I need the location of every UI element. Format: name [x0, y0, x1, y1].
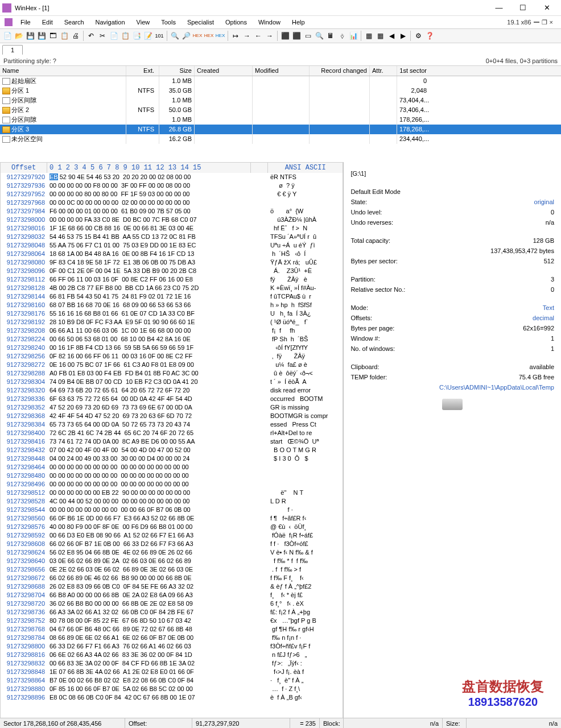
col-size[interactable]: Size — [159, 66, 195, 76]
menu-tools[interactable]: Tools — [155, 18, 182, 27]
hex-row[interactable]: 9127329862456 02 E8 95 04 66 8B 0E 4E 02… — [1, 548, 343, 557]
hex-row[interactable]: 9127329883200 66 83 3E 3A 02 00 0F 84 CF… — [1, 659, 343, 668]
hex-row[interactable]: 9127329880066 33 D2 66 F7 F1 66 A3 76 02… — [1, 642, 343, 651]
open-disk-icon[interactable]: 💾 — [25, 31, 35, 41]
close-btn[interactable]: ✕ — [535, 0, 559, 16]
hex-row[interactable]: 9127329848000 00 00 00 00 00 00 00 00 00… — [1, 471, 343, 480]
hex-row[interactable]: 9127329819228 10 B9 D8 0F FC F3 AA E9 5F… — [1, 318, 343, 326]
hex-row[interactable]: 9127329851200 00 00 00 00 00 EB 22 90 00… — [1, 489, 343, 497]
help-icon[interactable]: ❓ — [424, 31, 435, 41]
hex-row[interactable]: 9127329830474 09 B4 0E BB 07 00 CD 10 EB… — [1, 378, 343, 386]
mode-value[interactable]: Text — [543, 304, 554, 313]
part-row[interactable]: 分区间隙1.0 MB178,266,... — [0, 115, 561, 125]
hex-row[interactable]: 9127329795200 00 00 00 80 00 80 00 FF 1F… — [1, 190, 343, 198]
col-created[interactable]: Created — [195, 66, 253, 76]
hex-row[interactable]: 912732988800F 85 16 00 66 0F B7 0E 5A 02… — [1, 685, 343, 693]
replace-text-icon[interactable]: HEX — [192, 31, 203, 41]
mdi-close-icon[interactable]: × — [550, 19, 553, 26]
open-folder-icon[interactable]: 📂 — [14, 31, 24, 41]
pos-icon[interactable]: ⎀ — [337, 31, 347, 41]
print-icon[interactable]: 🖨 — [71, 31, 81, 41]
tab-1[interactable]: 1 — [2, 45, 23, 55]
paste-icon[interactable]: 📋 — [120, 31, 130, 41]
properties-icon[interactable]: 📋 — [59, 31, 69, 41]
save-icon[interactable]: 💾 — [36, 31, 47, 41]
hex-row[interactable]: 9127329873666 A3 3A 02 66 A1 32 02 66 0B… — [1, 608, 343, 617]
hex-row[interactable]: 9127329838465 73 73 65 64 00 0D 0A 50 72… — [1, 420, 343, 429]
hex-row[interactable]: 9127329846400 00 00 00 00 00 00 00 00 00… — [1, 463, 343, 471]
goto-start-icon[interactable]: ↦ — [230, 31, 241, 41]
hex-row[interactable]: 91273297920EB 52 90 4E 54 46 53 20 20 20… — [1, 173, 343, 181]
hex-row[interactable]: 9127329800000 00 00 00 FA 33 C0 8E D0 BC… — [1, 216, 343, 224]
hex-row[interactable]: 9127329803254 46 53 75 15 B4 41 BB AA 55… — [1, 233, 343, 241]
hex-row[interactable]: 91273298288A0 FB 01 E8 03 00 F4 EB FD B4… — [1, 369, 343, 378]
disk2-icon[interactable]: ⬛ — [291, 31, 302, 41]
hex-row[interactable]: 9127329835247 52 20 69 73 20 6D 69 73 73… — [1, 403, 343, 412]
col-modified[interactable]: Modified — [253, 66, 310, 76]
paste-write-icon[interactable]: 📝 — [143, 31, 153, 41]
hex-row[interactable]: 9127329843207 00 42 00 4F 00 4F 00 54 00… — [1, 446, 343, 454]
menu-specialist[interactable]: Specialist — [182, 18, 220, 27]
part-row[interactable]: 分区 1NTFS35.0 GB2,048 — [0, 86, 561, 96]
hex-row[interactable]: 9127329881606 6E 02 66 A3 4A 02 66 83 3E… — [1, 651, 343, 659]
hex-row[interactable]: 9127329816068 07 BB 16 68 70 0E 16 68 09… — [1, 301, 343, 309]
fwd-icon[interactable]: → — [265, 31, 275, 41]
copy-icon[interactable]: 📄 — [109, 31, 119, 41]
hex-row[interactable]: 9127329857640 00 80 F9 00 0F 8F 0E 00 F6… — [1, 523, 343, 531]
hex-row[interactable]: 9127329804855 AA 75 06 F7 C1 01 00 75 03… — [1, 241, 343, 250]
col-name[interactable]: Name — [0, 66, 126, 76]
minimize-btn[interactable]: — — [487, 0, 511, 16]
hex-view[interactable]: 91273297920EB 52 90 4E 54 46 53 20 20 20… — [1, 173, 343, 728]
part-row[interactable]: 未分区空间16.2 GB234,440,... — [0, 134, 561, 144]
cut-icon[interactable]: ✂ — [97, 31, 108, 41]
hex-row[interactable]: 912732983366F 63 63 75 72 72 65 64 00 0D… — [1, 395, 343, 403]
hex-row[interactable]: 9127329820806 66 A1 11 00 66 03 06 1C 00… — [1, 326, 343, 335]
next-icon[interactable]: ▶ — [398, 31, 408, 41]
hex-row[interactable]: 91273298896E8 0C 08 66 0B C0 0F 84 42 0C… — [1, 693, 343, 702]
zoom-icon[interactable]: 🔍 — [314, 31, 324, 41]
hex-row[interactable]: 912732980960F 00 C1 2E 0F 00 04 1E 5A 33… — [1, 267, 343, 275]
mdi-restore-icon[interactable]: ❐ — [542, 19, 547, 26]
menu-window[interactable]: Window — [253, 18, 286, 27]
hex-row[interactable]: 91273297984F6 00 00 00 01 00 00 00 61 B0… — [1, 207, 343, 216]
hex-row[interactable]: 9127329867266 02 66 89 0E 46 02 66 B8 90… — [1, 574, 343, 582]
binary-icon[interactable]: 101 — [154, 31, 164, 41]
menu-help[interactable]: Help — [286, 18, 311, 27]
hex-row[interactable]: 912732980809F 83 C4 18 9E 58 1F 72 E1 3B… — [1, 258, 343, 267]
hex-row[interactable]: 9127329796800 00 0C 00 00 00 00 00 02 00… — [1, 198, 343, 207]
temp-path[interactable]: C:\Users\ADMINI~1\AppData\Local\Temp — [439, 384, 554, 393]
back-icon[interactable]: ← — [253, 31, 263, 41]
grid2-icon[interactable]: ▦ — [375, 31, 385, 41]
col-sector[interactable]: 1st sector — [397, 66, 435, 76]
offset-header[interactable]: Offset — [1, 163, 47, 173]
hex-row[interactable]: 9127329859200 66 D3 E0 EB 08 90 66 A1 52… — [1, 531, 343, 540]
undo-icon[interactable]: ↶ — [86, 31, 96, 41]
menu-options[interactable]: Options — [220, 18, 253, 27]
save-sector-icon[interactable]: 🗔 — [48, 31, 58, 41]
part-row[interactable]: 分区 2NTFS50.0 GB73,406,4... — [0, 105, 561, 115]
part-row[interactable]: 起始扇区1.0 MB0 — [0, 76, 561, 86]
mdi-min-icon[interactable] — [534, 22, 539, 23]
hex-row[interactable]: 91273298864B7 0E 00 02 66 B8 02 02 E8 22… — [1, 676, 343, 685]
hex-row[interactable]: 9127329806418 68 1A 00 B4 48 8A 16 0E 00… — [1, 250, 343, 258]
menu-search[interactable]: Search — [59, 18, 90, 27]
hex-row[interactable]: 912732981284B 00 2B C8 77 EF B8 00 BB CD… — [1, 284, 343, 292]
hex-row[interactable]: 9127329854400 00 00 00 00 00 00 00 00 00… — [1, 506, 343, 514]
hex-row[interactable]: 9127329814466 81 FB 54 43 50 41 75 24 81… — [1, 292, 343, 301]
col-ext[interactable]: Ext. — [126, 66, 159, 76]
hex-row[interactable]: 9127329864003 0E 66 02 66 89 0E 2A 02 66… — [1, 557, 343, 565]
hex-row[interactable]: 9127329824000 16 1F 8B F4 CD 13 66 59 5B… — [1, 344, 343, 352]
disk1-icon[interactable]: ⬛ — [280, 31, 290, 41]
hex-row[interactable]: 9127329811266 FF 06 11 00 03 16 0F 00 8E… — [1, 275, 343, 284]
menu-view[interactable]: View — [131, 18, 156, 27]
maximize-btn[interactable]: ☐ — [511, 0, 535, 16]
hex-row[interactable]: 9127329840072 6C 2B 41 6C 74 2B 44 65 6C… — [1, 429, 343, 437]
hex-row[interactable]: 9127329875280 78 08 00 0F 85 22 FE 67 66… — [1, 617, 343, 625]
hex-row[interactable]: 912732982560F 82 16 00 66 FF 06 11 00 03… — [1, 352, 343, 361]
hex-row[interactable]: 9127329817655 16 16 16 68 B8 01 66 61 0E… — [1, 309, 343, 318]
hex-row[interactable]: 9127329832064 69 73 6B 20 72 65 61 64 20… — [1, 386, 343, 395]
menu-navigation[interactable]: Navigation — [90, 18, 131, 27]
settings-icon[interactable]: ⚙ — [413, 31, 423, 41]
hex-row[interactable]: 912732980161F 1E 68 66 00 CB 88 16 0E 00… — [1, 224, 343, 233]
state-value[interactable]: original — [534, 198, 554, 208]
